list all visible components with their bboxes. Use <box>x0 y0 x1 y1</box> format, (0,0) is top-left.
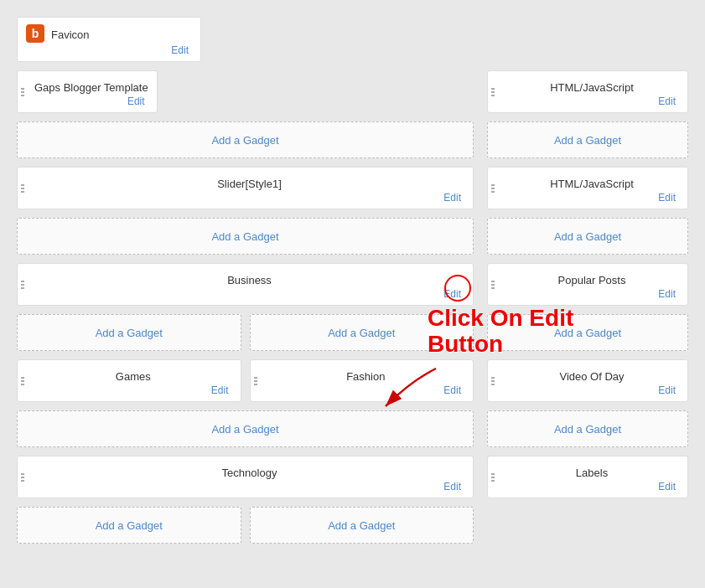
fashion-title: Fashion <box>267 367 465 384</box>
business-edit[interactable]: Edit <box>34 288 464 300</box>
fashion-drag-handle[interactable] <box>254 377 257 385</box>
html-javascript-top-card: HTML/JavaScript Edit <box>487 70 688 113</box>
video-of-day-edit[interactable]: Edit <box>505 384 679 396</box>
games-title: Games <box>34 367 232 384</box>
favicon-card: b Favicon Edit <box>17 17 201 62</box>
add-gadget-bottom-right[interactable]: Add a Gadget <box>250 507 474 544</box>
slider-edit[interactable]: Edit <box>34 192 464 204</box>
drag-handle[interactable] <box>21 88 24 96</box>
left-column: Add a Gadget Slider[Style1] Edit Add a G… <box>17 121 474 544</box>
right-html-javascript-title: HTML/JavaScript <box>505 174 679 192</box>
html-javascript-top-edit[interactable]: Edit <box>505 95 679 107</box>
fashion-card: Fashion Edit <box>250 359 474 402</box>
video-of-day-card: Video Of Day Edit <box>487 359 688 402</box>
labels-title: Labels <box>505 463 679 481</box>
add-gadget-3[interactable]: Add a Gadget <box>17 410 474 447</box>
games-drag-handle[interactable] <box>21 377 24 385</box>
games-card: Games Edit <box>17 359 241 402</box>
gaps-template-edit[interactable]: Edit <box>34 95 148 107</box>
popular-posts-edit[interactable]: Edit <box>505 288 679 300</box>
business-card: Business Edit <box>17 263 474 306</box>
technology-title: Technology <box>34 463 464 481</box>
favicon-title: Favicon <box>51 25 90 43</box>
slider-drag-handle[interactable] <box>21 184 24 193</box>
right-html-js-drag[interactable] <box>491 184 495 193</box>
slider-card: Slider[Style1] Edit <box>17 167 474 209</box>
add-gadget-bottom-row: Add a Gadget Add a Gadget <box>17 507 474 544</box>
right-html-javascript-edit[interactable]: Edit <box>505 192 679 204</box>
right-html-javascript-card: HTML/JavaScript Edit <box>487 167 688 209</box>
right-add-gadget-3[interactable]: Add a Gadget <box>487 314 688 351</box>
labels-edit[interactable]: Edit <box>505 481 679 493</box>
technology-card: Technology Edit <box>17 456 474 498</box>
popular-posts-title: Popular Posts <box>505 271 679 288</box>
add-gadget-row-right[interactable]: Add a Gadget <box>250 314 474 351</box>
right-add-gadget-2[interactable]: Add a Gadget <box>487 218 688 255</box>
html-javascript-top-title: HTML/JavaScript <box>505 78 679 95</box>
labels-drag[interactable] <box>491 473 495 482</box>
video-of-day-drag[interactable] <box>491 377 495 385</box>
games-fashion-row: Games Edit Fashion Edit <box>17 359 474 402</box>
blogger-icon: b <box>26 24 44 43</box>
business-title: Business <box>34 271 464 288</box>
games-edit[interactable]: Edit <box>34 384 232 396</box>
add-gadget-row-left[interactable]: Add a Gadget <box>17 314 241 351</box>
right-add-gadget-4[interactable]: Add a Gadget <box>487 410 688 447</box>
gaps-template-card: Gaps Blogger Template Edit <box>17 70 158 113</box>
right-add-gadget-1[interactable]: Add a Gadget <box>487 121 688 158</box>
add-gadget-2[interactable]: Add a Gadget <box>17 218 474 255</box>
gaps-template-title: Gaps Blogger Template <box>34 78 148 95</box>
slider-title: Slider[Style1] <box>34 174 464 192</box>
video-of-day-title: Video Of Day <box>505 367 679 384</box>
technology-edit[interactable]: Edit <box>34 481 464 493</box>
favicon-edit[interactable]: Edit <box>26 44 192 56</box>
right-column: Add a Gadget HTML/JavaScript Edit Add a … <box>487 121 688 544</box>
labels-card: Labels Edit <box>487 456 688 498</box>
add-gadget-row: Add a Gadget Add a Gadget <box>17 314 474 351</box>
technology-drag-handle[interactable] <box>21 473 24 482</box>
edit-circle-marker <box>444 275 471 302</box>
fashion-edit[interactable]: Edit <box>267 384 465 396</box>
business-drag-handle[interactable] <box>21 281 24 289</box>
drag-handle-html-top[interactable] <box>491 88 495 96</box>
add-gadget-bottom-left[interactable]: Add a Gadget <box>17 507 241 544</box>
popular-posts-drag[interactable] <box>491 281 495 289</box>
add-gadget-1[interactable]: Add a Gadget <box>17 121 474 158</box>
popular-posts-card: Popular Posts Edit <box>487 263 688 306</box>
